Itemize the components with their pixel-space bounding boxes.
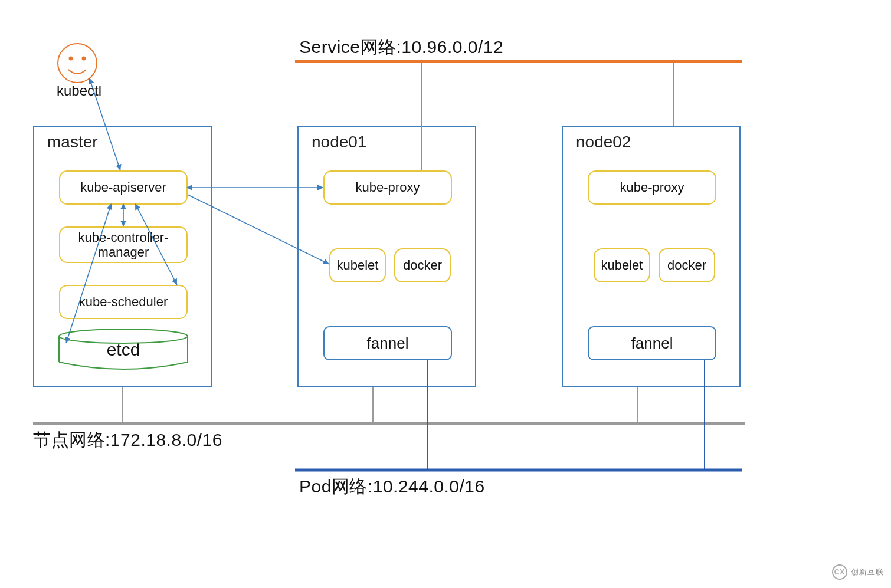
- etcd-box: etcd: [59, 331, 188, 368]
- svg-point-0: [58, 44, 97, 83]
- service-network-label: Service网络:10.96.0.0/12: [299, 35, 503, 60]
- pod-network-label: Pod网络:10.244.0.0/16: [299, 475, 485, 499]
- smile-icon: [58, 44, 97, 83]
- node01-kube-proxy-box: kube-proxy: [323, 170, 452, 205]
- kube-apiserver-box: kube-apiserver: [59, 170, 188, 205]
- svg-point-1: [70, 57, 73, 60]
- node01-docker-box: docker: [394, 248, 451, 282]
- kube-scheduler-box: kube-scheduler: [59, 285, 188, 319]
- svg-point-2: [83, 57, 86, 60]
- node02-kube-proxy-box: kube-proxy: [588, 170, 716, 205]
- node01-title: node01: [312, 133, 366, 152]
- master-title: master: [47, 133, 98, 152]
- node01-flannel-box: fannel: [323, 326, 452, 360]
- kubectl-label: kubectl: [57, 83, 101, 99]
- node02-docker-box: docker: [659, 248, 715, 282]
- node02-kubelet-box: kubelet: [594, 248, 650, 282]
- node-network-label: 节点网络:172.18.8.0/16: [33, 428, 222, 452]
- kube-controller-manager-box: kube-controller-manager: [59, 226, 188, 263]
- watermark: CX 创新互联: [832, 564, 884, 580]
- diagram-canvas: Service网络:10.96.0.0/12 节点网络:172.18.8.0/1…: [0, 0, 891, 588]
- node01-kubelet-box: kubelet: [329, 248, 386, 282]
- etcd-label: etcd: [107, 340, 140, 360]
- watermark-text: 创新互联: [851, 567, 884, 577]
- node02-title: node02: [576, 133, 631, 152]
- node02-flannel-box: fannel: [588, 326, 716, 360]
- watermark-icon: CX: [832, 564, 847, 580]
